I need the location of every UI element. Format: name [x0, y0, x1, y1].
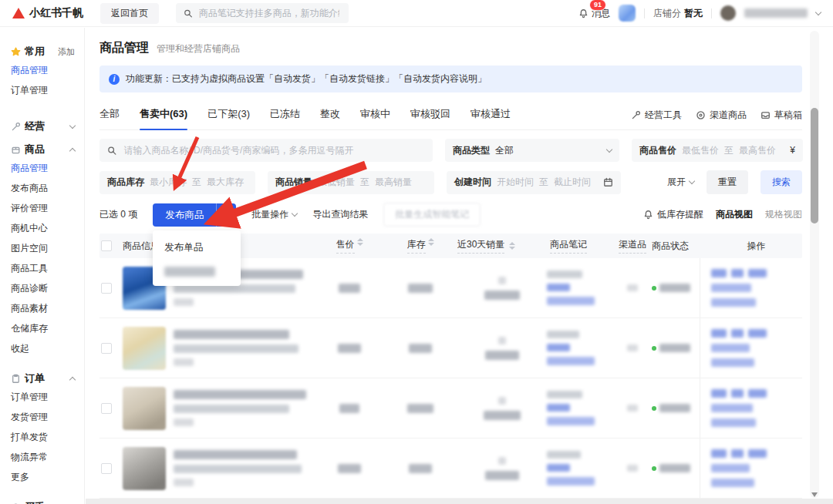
sort-stock[interactable]: [428, 238, 434, 254]
op-link-redacted[interactable]: [711, 284, 751, 292]
stock-range-filter[interactable]: 商品库存 最小库存 至 最大库存: [99, 171, 255, 194]
product-thumbnail[interactable]: [123, 327, 166, 370]
sidebar-item-product-management[interactable]: 商品管理: [11, 61, 84, 81]
global-search-input[interactable]: [197, 7, 341, 19]
op-link-redacted[interactable]: [711, 479, 754, 487]
sidebar-item-collapse[interactable]: 收起: [11, 339, 84, 359]
tab-selling[interactable]: 售卖中(63): [140, 100, 187, 129]
search-button[interactable]: 搜索: [760, 170, 802, 194]
product-title-redacted[interactable]: [174, 390, 306, 399]
batch-actions-button[interactable]: 批量操作: [251, 208, 297, 221]
publish-dropdown-toggle[interactable]: [216, 203, 236, 227]
op-link-redacted[interactable]: [748, 269, 767, 277]
product-thumbnail[interactable]: [123, 447, 166, 490]
op-link-redacted[interactable]: [711, 269, 727, 277]
op-link-redacted[interactable]: [731, 389, 744, 398]
user-avatar[interactable]: [720, 5, 736, 21]
sidebar-section-orders[interactable]: 订单: [11, 371, 84, 385]
op-link-redacted[interactable]: [748, 389, 767, 398]
publish-product-button[interactable]: 发布商品: [153, 203, 236, 227]
row-checkbox[interactable]: [101, 283, 112, 294]
sidebar-item-more[interactable]: 更多: [11, 468, 84, 488]
tab-all[interactable]: 全部: [99, 100, 120, 129]
vertical-scrollbar[interactable]: [810, 31, 819, 498]
note-link-redacted[interactable]: [547, 404, 570, 412]
product-thumbnail[interactable]: [123, 387, 166, 430]
op-link-redacted[interactable]: [731, 449, 744, 458]
sidebar-item-product-material[interactable]: 商品素材: [11, 299, 84, 319]
back-home-button[interactable]: 返回首页: [100, 3, 159, 24]
spec-view-toggle[interactable]: 规格视图: [765, 208, 802, 221]
op-link-redacted[interactable]: [731, 329, 744, 338]
sort-sales[interactable]: [509, 242, 515, 250]
sidebar-item-publish-product[interactable]: 发布商品: [11, 179, 84, 199]
tab-frozen[interactable]: 已冻结: [270, 100, 300, 129]
sales-max-placeholder[interactable]: 最高销量: [375, 176, 412, 189]
op-link-redacted[interactable]: [711, 464, 750, 472]
sidebar-add-button[interactable]: 添加: [58, 46, 75, 58]
op-link-redacted[interactable]: [711, 329, 727, 338]
op-link-redacted[interactable]: [711, 449, 727, 458]
op-link-redacted[interactable]: [711, 389, 727, 398]
sidebar-item-logistics-exception[interactable]: 物流异常: [11, 448, 84, 468]
op-link-redacted[interactable]: [748, 449, 767, 458]
low-stock-alert-button[interactable]: 低库存提醒: [643, 208, 703, 221]
app-avatar[interactable]: [619, 5, 636, 22]
sidebar-section-operations[interactable]: 经营: [11, 119, 84, 133]
note-link-redacted[interactable]: [547, 464, 570, 472]
note-action-redacted[interactable]: [547, 477, 595, 486]
select-all-checkbox[interactable]: [101, 240, 112, 251]
drafts-button[interactable]: 草稿箱: [760, 109, 802, 122]
date-end-placeholder[interactable]: 截止时间: [554, 176, 591, 189]
product-title-redacted[interactable]: [174, 450, 297, 459]
sidebar-item-review-management[interactable]: 评价管理: [11, 199, 84, 219]
sidebar-item-print-ship[interactable]: 打单发货: [11, 428, 84, 448]
keyword-filter-input[interactable]: [122, 144, 425, 156]
sidebar-item-image-space[interactable]: 图片空间: [11, 239, 84, 259]
messages-button[interactable]: 消息 91: [578, 7, 610, 20]
channel-products-button[interactable]: 渠道商品: [696, 109, 747, 122]
sidebar-item-order-management-2[interactable]: 订单管理: [11, 388, 84, 408]
stock-min-placeholder[interactable]: 最小库存: [150, 176, 187, 189]
scrollbar-thumb[interactable]: [811, 108, 818, 223]
row-checkbox[interactable]: [101, 403, 112, 414]
price-max-placeholder[interactable]: 最高售价: [739, 144, 776, 157]
chevron-down-icon[interactable]: [815, 8, 821, 15]
product-type-select[interactable]: 商品类型 全部: [445, 139, 619, 162]
note-link-redacted[interactable]: [547, 344, 570, 351]
keyword-filter[interactable]: [99, 139, 433, 162]
price-min-placeholder[interactable]: 最低售价: [682, 144, 719, 157]
note-action-redacted[interactable]: [547, 417, 595, 425]
note-link-redacted[interactable]: [547, 284, 570, 291]
note-action-redacted[interactable]: [547, 297, 595, 305]
create-date-filter[interactable]: 创建时间 开始时间 至 截止时间: [447, 171, 621, 194]
reset-button[interactable]: 重置: [707, 170, 748, 194]
sales-min-placeholder[interactable]: 最低销量: [318, 176, 355, 189]
op-link-redacted[interactable]: [748, 329, 767, 338]
op-link-redacted[interactable]: [711, 344, 750, 352]
sidebar-item-shipping-management[interactable]: 发货管理: [11, 408, 84, 428]
product-view-toggle[interactable]: 商品视图: [716, 208, 753, 221]
op-link-redacted[interactable]: [711, 418, 756, 427]
tab-in-review[interactable]: 审核中: [360, 100, 390, 129]
row-checkbox[interactable]: [101, 343, 112, 354]
op-link-redacted[interactable]: [711, 298, 756, 307]
stock-max-placeholder[interactable]: 最大库存: [207, 176, 244, 189]
scrollbar-down-arrow[interactable]: [811, 492, 818, 497]
sidebar-section-products[interactable]: 商品: [11, 143, 84, 156]
tab-review-rejected[interactable]: 审核驳回: [410, 100, 450, 129]
op-link-redacted[interactable]: [711, 404, 753, 412]
product-title-redacted[interactable]: [174, 330, 289, 339]
op-link-redacted[interactable]: [731, 269, 744, 277]
menu-item-publish-single[interactable]: 发布单品: [153, 235, 241, 260]
sidebar-section-buyers[interactable]: 买手: [11, 500, 84, 504]
export-results-button[interactable]: 导出查询结果: [312, 208, 368, 221]
business-tools-button[interactable]: 经营工具: [631, 109, 682, 122]
sales-range-filter[interactable]: 商品销量 最低销量 至 最高销量: [268, 171, 434, 194]
tab-delisted[interactable]: 已下架(3): [207, 100, 250, 129]
price-range-filter[interactable]: 商品售价 最低售价 至 最高售价 ¥: [632, 139, 803, 162]
op-link-redacted[interactable]: [711, 358, 754, 367]
expand-filters-button[interactable]: 展开: [667, 176, 694, 189]
row-checkbox[interactable]: [101, 463, 112, 474]
sort-price[interactable]: [357, 238, 363, 254]
